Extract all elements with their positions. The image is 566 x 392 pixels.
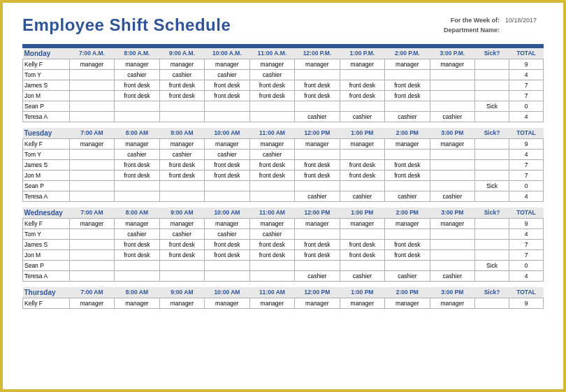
shift-cell: front desk [159,239,204,249]
shift-cell [205,111,249,122]
total-cell: 9 [509,59,543,69]
sick-header: Sick? [475,48,509,59]
shift-cell [249,180,294,191]
shift-cell: manager [340,298,384,308]
shift-cell: manager [115,138,159,149]
shift-cell [159,260,204,270]
day-header-row: Thursday7:00 AM8:00 AM9:00 AM10:00 AM11:… [23,287,544,298]
shift-cell [159,111,204,122]
shift-cell: front desk [205,80,249,90]
shift-cell: front desk [385,159,430,170]
shift-cell: manager [385,138,430,149]
total-cell: 9 [509,218,543,228]
shift-cell [295,180,340,191]
shift-cell: cashier [249,228,294,239]
shift-cell: cashier [115,149,159,159]
shift-cell: manager [205,138,249,149]
shift-cell [205,101,249,111]
shift-cell: manager [249,138,294,149]
shift-cell [295,149,340,159]
shift-cell [115,260,159,270]
table-row: Kelly Fmanagermanagermanagermanagermanag… [23,59,544,69]
shift-cell: cashier [340,111,384,122]
table-row: Tom Ycashiercashiercashiercashier4 [23,149,544,159]
time-header: 10:00 AM [205,287,249,298]
shift-cell [69,170,114,180]
shift-cell: manager [340,218,384,228]
shift-cell: manager [159,298,204,308]
table-row: James Sfront deskfront deskfront deskfro… [23,239,544,249]
time-header: 2:00 PM [385,287,430,298]
dept-label: Department Name: [444,25,500,35]
time-header: 2:00 PM [385,128,430,139]
time-header: 9:00 AM [159,208,204,219]
shift-cell: cashier [385,111,430,122]
shift-cell: front desk [385,249,430,260]
shift-cell [249,101,294,111]
shift-cell [430,260,474,270]
shift-cell [115,101,159,111]
shift-cell: cashier [159,69,204,80]
table-row: Tom Ycashiercashiercashiercashier4 [23,69,544,80]
schedule-container: Monday7:00 A.M.8:00 A.M.9:00 A.M.10:00 A… [22,48,544,309]
shift-cell [69,90,114,101]
time-header: 1:00 PM [340,287,384,298]
shift-cell: front desk [115,80,159,90]
total-cell: 7 [509,159,543,170]
time-header: 9:00 AM [159,128,204,139]
time-header: 12:00 PM [295,128,340,139]
day-table: Tuesday7:00 AM8:00 AM9:00 AM10:00 AM11:0… [22,128,544,202]
shift-cell: manager [69,298,114,308]
table-row: Sean PSick0 [23,180,544,191]
employee-name: Teresa A [23,111,70,122]
sick-header: Sick? [475,208,509,219]
employee-name: Jon M [23,249,70,260]
total-cell: 0 [509,180,543,191]
shift-cell: front desk [385,170,430,180]
shift-cell [295,228,340,239]
time-header: 8:00 AM [115,287,159,298]
time-header: 3:00 PM [430,128,474,139]
shift-cell: cashier [430,191,474,201]
shift-cell: cashier [159,228,204,239]
day-name: Thursday [23,287,70,298]
header-row: Employee Shift Schedule For the Week of:… [22,15,544,36]
table-row: Teresa Acashiercashiercashiercashier4 [23,191,544,201]
time-header: 3:00 P.M. [430,48,474,59]
shift-cell [295,260,340,270]
shift-cell [159,101,204,111]
day-table: Wednesday7:00 AM8:00 AM9:00 AM10:00 AM11… [22,208,544,282]
shift-cell: front desk [205,159,249,170]
shift-cell [340,149,384,159]
total-cell: 9 [509,298,543,308]
total-cell: 4 [509,111,543,122]
shift-cell: front desk [205,239,249,249]
shift-cell [159,191,204,201]
shift-cell: manager [69,138,114,149]
shift-cell: manager [295,218,340,228]
shift-cell: manager [69,59,114,69]
shift-cell: front desk [385,239,430,249]
document-frame: Employee Shift Schedule For the Week of:… [0,0,566,392]
shift-cell: front desk [340,249,384,260]
shift-cell [69,101,114,111]
shift-cell [385,260,430,270]
total-header: TOTAL [509,287,543,298]
day-gap [22,202,544,208]
shift-cell: front desk [159,159,204,170]
employee-name: Jon M [23,90,70,101]
table-row: Jon Mfront deskfront deskfront deskfront… [23,90,544,101]
time-header: 12:00 PM [295,208,340,219]
shift-cell: front desk [115,159,159,170]
shift-cell: front desk [205,90,249,101]
total-header: TOTAL [509,208,543,219]
day-table: Monday7:00 A.M.8:00 A.M.9:00 A.M.10:00 A… [22,48,544,122]
shift-cell: cashier [340,270,384,281]
shift-cell: manager [385,298,430,308]
employee-name: James S [23,159,70,170]
employee-name: Sean P [23,180,70,191]
shift-cell [340,69,384,80]
sick-cell [475,228,509,239]
shift-cell: cashier [295,191,340,201]
employee-name: Kelly F [23,218,70,228]
